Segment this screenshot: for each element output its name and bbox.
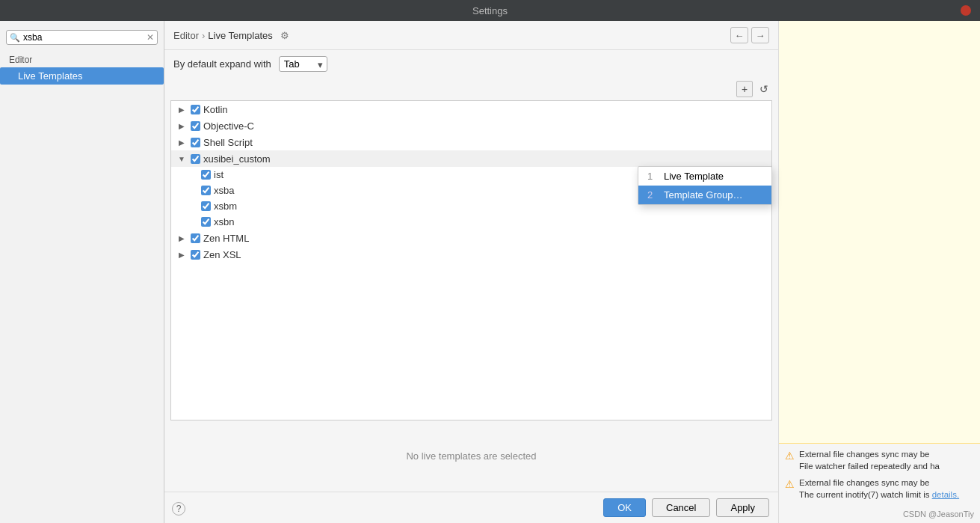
xsbn-checkbox[interactable]: [201, 217, 211, 227]
breadcrumb: Editor › Live Templates ⚙: [173, 30, 289, 41]
tree-area: + ↺ ▶ Kotlin ▶ Objective-C: [164, 78, 778, 492]
dropdown-item-num: 1: [647, 171, 658, 182]
expand-icon[interactable]: ▶: [176, 120, 188, 132]
shellscript-label: Shell Script: [203, 137, 767, 148]
tree-list: ▶ Kotlin ▶ Objective-C ▶ Shell Scri: [170, 100, 772, 420]
shellscript-checkbox[interactable]: [191, 138, 200, 147]
settings-dialog: Settings 🔍 ✕ Editor Live Templates Edit: [0, 0, 980, 523]
tree-row[interactable]: ▶ Shell Script: [171, 134, 771, 150]
main-layout: 🔍 ✕ Editor Live Templates Editor › Live …: [0, 21, 980, 523]
expand-label: By default expand with: [173, 58, 271, 70]
right-panel: ⚠ External file changes sync may be File…: [778, 21, 980, 523]
no-template-message: No live templates are selected: [164, 420, 778, 492]
expand-icon[interactable]: ▶: [176, 103, 188, 115]
dropdown-item-label: Live Template: [664, 171, 724, 182]
dropdown-item-live-template[interactable]: 1 Live Template: [638, 167, 771, 186]
search-icon: 🔍: [10, 33, 20, 43]
xusibei-label: xusibei_custom: [203, 153, 767, 165]
dropdown-item-num: 2: [647, 189, 658, 201]
tree-row[interactable]: ▶ Objective-C: [171, 117, 771, 134]
ist-checkbox[interactable]: [201, 170, 211, 180]
dropdown-item-template-group[interactable]: 2 Template Group…: [638, 186, 771, 204]
breadcrumb-sep: ›: [202, 30, 205, 41]
content-area: Editor › Live Templates ⚙ ← → By default…: [164, 21, 778, 523]
ok-button[interactable]: OK: [603, 498, 646, 517]
bottom-bar: OK Cancel Apply: [164, 492, 778, 523]
xsbn-label: xsbn: [214, 216, 767, 227]
close-button[interactable]: [961, 5, 971, 16]
warning-icon-2: ⚠: [785, 477, 795, 501]
help-button[interactable]: ?: [172, 502, 185, 516]
expand-icon[interactable]: ▶: [176, 136, 188, 148]
notification-1: ⚠ External file changes sync may be File…: [785, 448, 974, 472]
tree-row[interactable]: ▶ Kotlin: [171, 101, 771, 117]
right-panel-top: [779, 21, 980, 444]
kotlin-checkbox[interactable]: [191, 105, 200, 114]
right-footer: CSDN @JeasonTiy: [779, 505, 980, 523]
sidebar: 🔍 ✕ Editor Live Templates: [0, 21, 164, 523]
notification-2: ⚠ External file changes sync may be The …: [785, 477, 974, 501]
tree-toolbar: + ↺: [164, 78, 778, 100]
breadcrumb-current: Live Templates: [208, 30, 272, 41]
zenxsl-label: Zen XSL: [203, 249, 767, 260]
objectivec-label: Objective-C: [203, 120, 767, 132]
sidebar-group-editor[interactable]: Editor: [0, 52, 164, 67]
tree-row[interactable]: ▼ xusibei_custom: [171, 150, 771, 167]
expand-select[interactable]: Tab Space Enter: [279, 56, 327, 72]
clear-search-icon[interactable]: ✕: [147, 32, 154, 43]
dialog-title: Settings: [472, 5, 508, 16]
sidebar-item-live-templates[interactable]: Live Templates: [0, 67, 164, 85]
tree-row[interactable]: ▶ Zen HTML: [171, 230, 771, 246]
apply-button[interactable]: Apply: [716, 498, 769, 517]
breadcrumb-parent: Editor: [173, 30, 199, 41]
notification-1-text: External file changes sync may be File w…: [799, 448, 974, 472]
nav-buttons: ← →: [730, 27, 769, 43]
xsba-checkbox[interactable]: [201, 186, 211, 195]
xusibei-checkbox[interactable]: [191, 154, 200, 164]
cancel-button[interactable]: Cancel: [652, 498, 710, 517]
title-bar: Settings: [0, 0, 980, 21]
kotlin-label: Kotlin: [203, 104, 767, 115]
breadcrumb-settings-icon[interactable]: ⚙: [280, 30, 289, 41]
zenhtml-checkbox[interactable]: [191, 233, 200, 243]
expand-select-wrapper[interactable]: Tab Space Enter: [279, 56, 327, 72]
tree-row[interactable]: xsbn: [171, 214, 771, 230]
nav-forward-button[interactable]: →: [751, 27, 769, 43]
objectivec-checkbox[interactable]: [191, 121, 200, 131]
sidebar-section-editor: Editor Live Templates: [0, 51, 164, 86]
notification-area: ⚠ External file changes sync may be File…: [779, 444, 980, 505]
add-button[interactable]: +: [736, 81, 753, 97]
notification-2-text: External file changes sync may be The cu…: [799, 477, 974, 501]
zenhtml-label: Zen HTML: [203, 233, 767, 244]
undo-button[interactable]: ↺: [756, 81, 772, 97]
expand-icon[interactable]: ▼: [176, 153, 188, 165]
tree-row[interactable]: ▶ Zen XSL: [171, 246, 771, 263]
nav-back-button[interactable]: ←: [730, 27, 748, 43]
xsba-label: xsba: [214, 185, 710, 196]
breadcrumb-bar: Editor › Live Templates ⚙ ← →: [164, 21, 778, 50]
warning-icon-1: ⚠: [785, 449, 795, 472]
add-dropdown-popup: 1 Live Template 2 Template Group…: [638, 166, 772, 205]
dropdown-item-label: Template Group…: [664, 189, 743, 201]
notification-2-link[interactable]: details.: [932, 490, 959, 499]
expand-icon[interactable]: ▶: [176, 232, 188, 244]
expand-row: By default expand with Tab Space Enter: [164, 50, 778, 78]
xsbm-checkbox[interactable]: [201, 201, 211, 211]
search-box[interactable]: 🔍 ✕: [6, 30, 158, 45]
zenxsl-checkbox[interactable]: [191, 250, 200, 260]
search-input[interactable]: [23, 32, 147, 43]
expand-icon[interactable]: ▶: [176, 248, 188, 260]
